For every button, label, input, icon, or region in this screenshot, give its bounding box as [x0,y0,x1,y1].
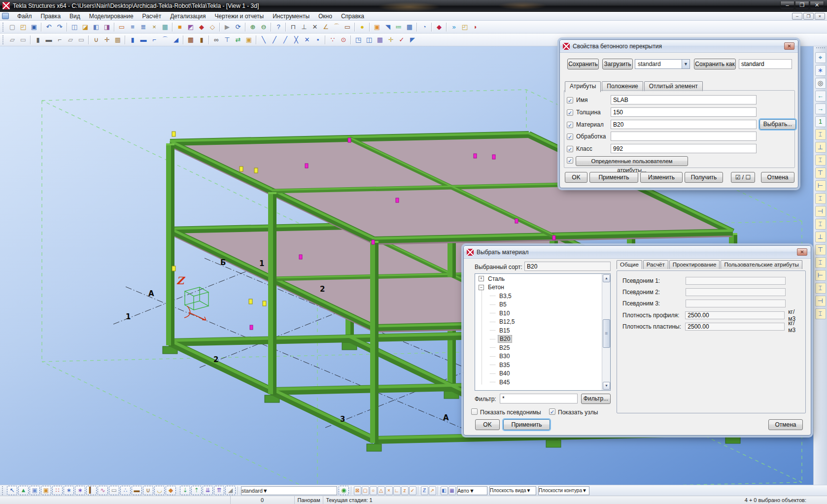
modify-button[interactable]: Изменить [640,172,683,183]
array-objects-icon[interactable]: ▦ [375,35,385,45]
create-beam-gray-icon[interactable]: ▱ [7,35,17,45]
alias1-input[interactable] [686,277,786,285]
toolbar-separator[interactable] [271,23,272,32]
context-help-icon[interactable]: ? [274,22,283,32]
toolbar-grip[interactable] [2,35,5,44]
open-model-icon[interactable]: ◰ [18,22,28,32]
measure-bolt-icon[interactable]: ▭ [343,22,352,32]
select-surfaces-switch[interactable]: ∿ [98,486,108,495]
component-pointer-icon[interactable]: ⌖ [815,52,826,63]
material-tree[interactable]: + Сталь − Бетон B3,5 B5 [475,273,611,391]
get-button[interactable]: Получить [685,172,723,183]
bolt-icon[interactable]: ✛ [102,35,112,45]
zoom-out-icon[interactable]: ⊖ [259,22,269,32]
snap-depth-switch[interactable]: Ƶ [421,486,428,495]
steel-panel-icon[interactable]: ▭ [76,35,86,45]
toggle-checkboxes-button[interactable]: ☑ / ☐ [731,172,755,183]
drag-and-drop-switch[interactable]: ◉ [339,486,349,495]
fly-icon[interactable]: ▶ [222,22,232,32]
steel-column-icon[interactable]: ▮ [33,35,43,45]
toolbar-separator[interactable] [285,23,286,32]
finish-input[interactable] [611,132,757,141]
undo-icon[interactable]: ↶ [44,22,54,32]
show-aliases-checkbox[interactable] [471,408,478,415]
cancel-button[interactable]: Отмена [761,172,794,183]
steel-polybeam-icon[interactable]: ⌐ [55,35,65,45]
menu-file[interactable]: Файл [13,12,36,20]
view-properties-icon[interactable]: ≣ [138,22,148,32]
select-welds-switch[interactable]: ∗ [64,486,74,495]
steel-connection-7-icon[interactable]: ⊣ [815,206,826,217]
chevron-down-icon[interactable]: ▼ [682,60,689,68]
menu-drawings-reports[interactable]: Чертежи и отчеты [210,12,269,20]
create-plate-gray-icon[interactable]: ▭ [18,35,28,45]
menu-edit[interactable]: Правка [36,12,66,20]
steel-beam-icon[interactable]: ▬ [44,35,54,45]
line-two-points-icon[interactable]: ╱ [280,35,290,45]
profile-combobox[interactable]: standard ▼ [635,59,690,69]
find-component-icon[interactable]: ◎ [815,78,826,89]
save-icon[interactable]: ▣ [29,22,39,32]
select-components-switch[interactable]: ▣ [30,486,40,495]
steel-connection-15-icon[interactable]: ⌶ [815,308,826,319]
name-input[interactable] [611,95,757,104]
copy-special-icon[interactable]: ◪ [80,22,90,32]
filter-button[interactable]: Фильтр... [581,394,611,404]
view-front-icon[interactable]: ■ [175,22,185,32]
menu-detailing[interactable]: Детализация [166,12,210,20]
class-checkbox[interactable] [567,146,573,152]
select-components-hierarchy-switch[interactable]: ⇈ [214,486,224,495]
menu-window[interactable]: Окно [314,12,337,20]
toolbar-separator[interactable] [114,23,115,32]
cut-icon[interactable]: × [149,22,159,32]
steel-connection-14-icon[interactable]: ⊣ [815,296,826,306]
finish-checkbox[interactable] [567,134,573,140]
tab-user-attributes[interactable]: Пользовательские атрибуты [721,260,802,269]
toolbar-grip[interactable] [816,47,825,50]
filter-input[interactable] [500,394,578,403]
tree-item-b10[interactable]: B10 [475,309,602,318]
mdi-child-icon[interactable] [2,13,9,19]
tekla-online-icon[interactable]: ◆ [434,22,444,32]
dialog-title-bar[interactable]: Выбрать материал ✕ [464,246,811,259]
phase-manager-icon[interactable]: ◔ [419,22,429,32]
mdi-minimize-button[interactable]: – [792,13,802,20]
scroll-up-icon[interactable]: ▲ [603,274,610,282]
save-as-button[interactable]: Сохранить как [694,59,736,69]
select-depth-switch[interactable]: ◢ [225,486,236,495]
open-catalog-icon[interactable]: ◰ [460,22,470,32]
alias3-input[interactable] [686,300,786,307]
tab-analysis[interactable]: Расчёт [643,260,668,269]
tab-design[interactable]: Проектирование [669,260,720,269]
steel-connection-12-icon[interactable]: ⊢ [815,270,826,281]
tree-item-b45[interactable]: B45 [475,378,602,387]
snap-midpoint-switch[interactable]: △ [378,486,385,495]
tree-item-b5[interactable]: B5 [475,301,602,309]
snap-reference-points-switch[interactable]: ⊠ [354,486,361,495]
item-icon[interactable]: ∪ [91,35,101,45]
tab-attributes[interactable]: Атрибуты [565,81,601,92]
toolbar-separator[interactable] [41,23,42,32]
chevron-down-icon[interactable]: ▼ [582,488,587,493]
line-cross-icon[interactable]: ╳ [291,35,301,45]
fit-both-icon[interactable]: ◫ [364,35,374,45]
rotate-view-icon[interactable]: ⟳ [233,22,243,32]
snap-intersection-switch[interactable]: × [385,486,393,495]
snap-perpendicular-switch[interactable]: ∟ [393,486,401,495]
toolbar-separator[interactable] [369,23,370,32]
pick-object-icon[interactable]: ◤ [408,35,417,45]
view-list-icon[interactable]: ≡ [128,22,138,32]
toolbar-separator[interactable] [183,35,184,44]
tab-cast-unit[interactable]: Отлитый элемент [644,81,703,91]
steel-connection-5-icon[interactable]: ⊢ [815,180,826,191]
select-objects-in-components-switch[interactable]: ⇊ [203,486,213,495]
paste-icon[interactable]: ◧ [91,22,101,32]
tree-item-concrete[interactable]: − Бетон [475,283,602,292]
thickness-checkbox[interactable] [567,109,573,116]
snap-plane-switch[interactable]: ◧ [441,486,448,495]
apply-button[interactable]: Применить [503,419,550,430]
contour-plate-icon[interactable]: ▱ [66,35,75,45]
clash-check-icon[interactable]: ▣ [372,22,382,32]
select-rebar-switch[interactable]: ▍ [86,486,97,495]
snap-mode-combobox[interactable]: Авто ▼ [457,486,487,495]
